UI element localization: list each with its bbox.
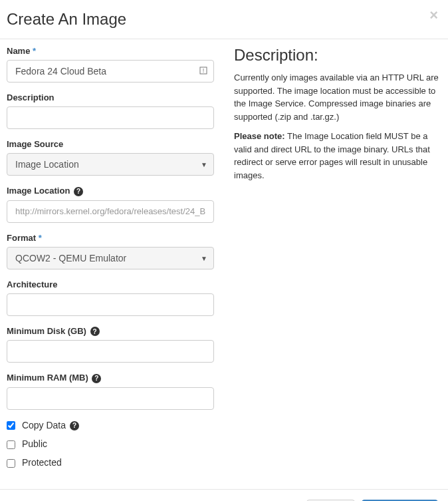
min-ram-label: Minimum RAM (MB) ?: [7, 373, 214, 383]
required-indicator: *: [33, 46, 36, 56]
image-location-label: Image Location ?: [7, 186, 214, 196]
copy-data-label: Copy Data: [22, 420, 66, 430]
description-paragraph-1: Currently only images available via an H…: [234, 71, 441, 123]
image-source-label: Image Source: [7, 139, 214, 149]
modal-body: Name * ! Description Image Source: [0, 39, 448, 489]
modal-header: Create An Image ×: [0, 0, 448, 39]
description-input[interactable]: [7, 106, 214, 129]
close-icon: ×: [429, 7, 438, 23]
min-ram-label-text: Minimum RAM (MB): [7, 373, 88, 383]
help-icon[interactable]: ?: [70, 421, 79, 430]
image-location-group: Image Location ?: [7, 186, 214, 223]
min-disk-label-text: Minimum Disk (GB): [7, 326, 86, 336]
description-paragraph-2: Please note: The Image Location field MU…: [234, 130, 441, 182]
min-disk-label: Minimum Disk (GB) ?: [7, 326, 214, 337]
protected-checkbox[interactable]: [7, 459, 15, 468]
copy-data-checkbox[interactable]: [7, 421, 15, 430]
name-label-text: Name: [7, 46, 30, 56]
format-label: Format *: [7, 233, 214, 243]
modal-title: Create An Image: [7, 10, 441, 29]
create-image-modal: Create An Image × Name * ! Description: [0, 0, 448, 501]
min-ram-input[interactable]: [7, 387, 214, 410]
min-ram-group: Minimum RAM (MB) ?: [7, 373, 214, 410]
name-input-wrapper: !: [7, 60, 214, 83]
min-disk-input[interactable]: [7, 340, 214, 363]
architecture-group: Architecture: [7, 279, 214, 316]
image-source-select-wrapper: Image Location ▼: [7, 153, 214, 176]
required-indicator: *: [39, 233, 42, 243]
public-label-wrapper[interactable]: Public: [7, 438, 47, 449]
format-select-wrapper: QCOW2 - QEMU Emulator ▼: [7, 247, 214, 269]
image-location-label-text: Image Location: [7, 186, 70, 196]
min-disk-group: Minimum Disk (GB) ?: [7, 326, 214, 363]
architecture-input[interactable]: [7, 293, 214, 316]
form-column: Name * ! Description Image Source: [7, 46, 214, 476]
name-label: Name *: [7, 46, 214, 56]
protected-label: Protected: [22, 457, 62, 468]
image-location-input[interactable]: [7, 200, 214, 223]
help-icon[interactable]: ?: [74, 187, 83, 196]
image-source-select[interactable]: Image Location: [7, 153, 214, 176]
format-group: Format * QCOW2 - QEMU Emulator ▼: [7, 233, 214, 269]
public-group: Public: [7, 438, 214, 449]
help-icon[interactable]: ?: [90, 327, 100, 336]
description-column: Description: Currently only images avail…: [234, 46, 441, 476]
protected-label-wrapper[interactable]: Protected: [7, 457, 62, 468]
description-label: Description: [7, 92, 214, 102]
help-icon[interactable]: ?: [92, 374, 101, 383]
copy-data-label-wrapper[interactable]: Copy Data ?: [7, 420, 79, 430]
public-label: Public: [22, 438, 47, 449]
description-group: Description: [7, 92, 214, 129]
public-checkbox[interactable]: [7, 440, 15, 449]
architecture-label: Architecture: [7, 279, 214, 289]
description-heading: Description:: [234, 46, 441, 65]
image-source-group: Image Source Image Location ▼: [7, 139, 214, 176]
description-strong: Please note:: [234, 131, 285, 141]
protected-group: Protected: [7, 457, 214, 468]
close-button[interactable]: ×: [429, 7, 438, 24]
name-group: Name * !: [7, 46, 214, 83]
modal-footer: Cancel Create Image: [0, 489, 448, 501]
format-label-text: Format: [7, 233, 36, 243]
copy-data-group: Copy Data ?: [7, 420, 214, 430]
format-select[interactable]: QCOW2 - QEMU Emulator: [7, 247, 214, 269]
name-input[interactable]: [7, 60, 214, 83]
